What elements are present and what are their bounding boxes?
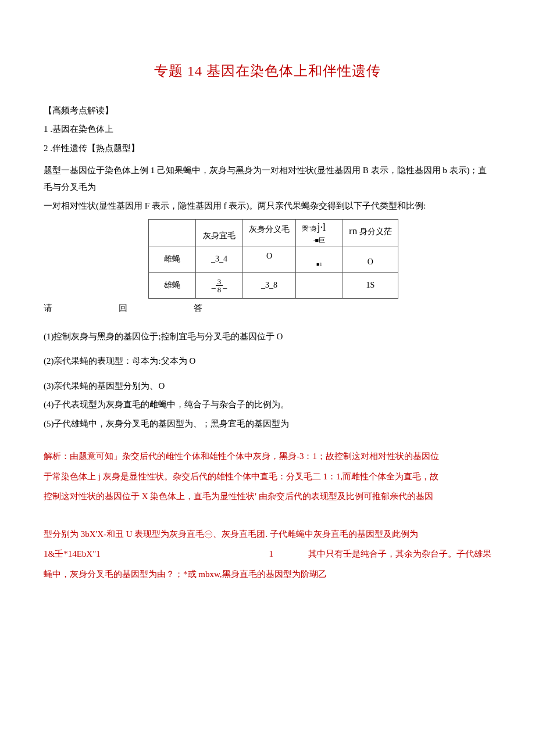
key-point-2: 2 .伴性遗传【热点题型】 bbox=[44, 140, 491, 157]
table-row-male: 雄蝇 _38_ _3_8 1S bbox=[149, 273, 398, 299]
question-stem-line-2: 一对相对性状(显性基因用 F 表示，隐性基因用 f 表示)。两只亲代果蝇杂交得到… bbox=[44, 198, 491, 214]
explanation-line-3: 控制这对性状的基因位于 X 染色体上，直毛为显性性状' 由杂交后代的表现型及比例… bbox=[44, 488, 491, 505]
sub-question-2: (2)亲代果蝇的表现型：母本为:父本为 O bbox=[44, 353, 491, 370]
row-label-female: 雌蝇 bbox=[149, 246, 196, 273]
sub-question-4: (4)子代表现型为灰身直毛的雌蝇中，纯合子与杂合子的比例为。 bbox=[44, 396, 491, 413]
cell-m-3 bbox=[296, 273, 343, 299]
sub-question-3: (3)亲代果蝇的基因型分别为、O bbox=[44, 378, 491, 395]
intro-label: 【高频考点解读】 bbox=[44, 102, 491, 119]
please-answer: 请 回 答 bbox=[44, 300, 491, 317]
question-stem-line-1: 题型一基因位于染色体上例 1 己知果蝇中，灰身与黑身为一对相对性状(显性基因用 … bbox=[44, 162, 491, 195]
row-label-male: 雄蝇 bbox=[149, 273, 196, 299]
offspring-ratio-table: 灰身宜毛 灰身分义毛 哭"身j·l ·■巨 rn 身分义茫 雌蝇 _3_4 O … bbox=[148, 219, 398, 299]
cell-f-4: O bbox=[343, 246, 398, 273]
table-header-row: 灰身宜毛 灰身分义毛 哭"身j·l ·■巨 rn 身分义茫 bbox=[149, 219, 398, 246]
cell-f-1: _3_4 bbox=[196, 246, 243, 273]
document-title: 专题 14 基因在染色体上和伴性遗传 bbox=[44, 58, 491, 85]
cell-f-3: ■1 bbox=[296, 246, 343, 273]
header-col-3: 哭"身j·l ·■巨 bbox=[296, 219, 343, 246]
header-col-2: 灰身分义毛 bbox=[243, 219, 296, 246]
cell-m-1: _38_ bbox=[196, 273, 243, 299]
cell-m-4: 1S bbox=[343, 273, 398, 299]
cell-f-2: O bbox=[243, 246, 296, 273]
header-col-1: 灰身宜毛 bbox=[196, 219, 243, 246]
explanation-line-2: 于常染色体上 j 灰身是显性性状。杂交后代的雄性个体中直毛：分叉毛二 1：1,而… bbox=[44, 468, 491, 485]
key-point-1: 1 .基因在染色体上 bbox=[44, 121, 491, 138]
explanation-line-6: 蝇中，灰身分叉毛的基因型为由？；*或 mbxw,黑身直毛的基因型为阶瑚乙 bbox=[44, 566, 491, 583]
sub-question-1: (1)控制灰身与黑身的基因位于;控制宜毛与分叉毛的基因位于 O bbox=[44, 328, 491, 345]
explanation-block: 解析：由题意可知」杂交后代的雌性个体和雄性个体中灰身，黑身-3：1；故控制这对相… bbox=[44, 448, 491, 582]
explanation-line-5: 1&壬*14EbX"1 1 其中只有壬是纯合子，其余为杂台子。子代雄果 bbox=[44, 546, 491, 562]
header-col-4: rn 身分义茫 bbox=[343, 219, 398, 246]
explanation-line-4: 型分别为 3bX'X-和丑 U 表现型为灰身直毛㊀、灰身直毛团. 子代雌蝇中灰身… bbox=[44, 526, 491, 543]
table-row-female: 雌蝇 _3_4 O ■1 O bbox=[149, 246, 398, 273]
sub-question-5: (5)子代雄蝇中，灰身分叉毛的基因型为、；黑身宜毛的基因型为 bbox=[44, 415, 491, 432]
document-page: 专题 14 基因在染色体上和伴性遗传 【高频考点解读】 1 .基因在染色体上 2… bbox=[0, 0, 535, 609]
cell-m-2: _3_8 bbox=[243, 273, 296, 299]
explanation-line-1: 解析：由题意可知」杂交后代的雌性个体和雄性个体中灰身，黑身-3：1；故控制这对相… bbox=[44, 448, 491, 465]
header-blank bbox=[149, 219, 196, 246]
